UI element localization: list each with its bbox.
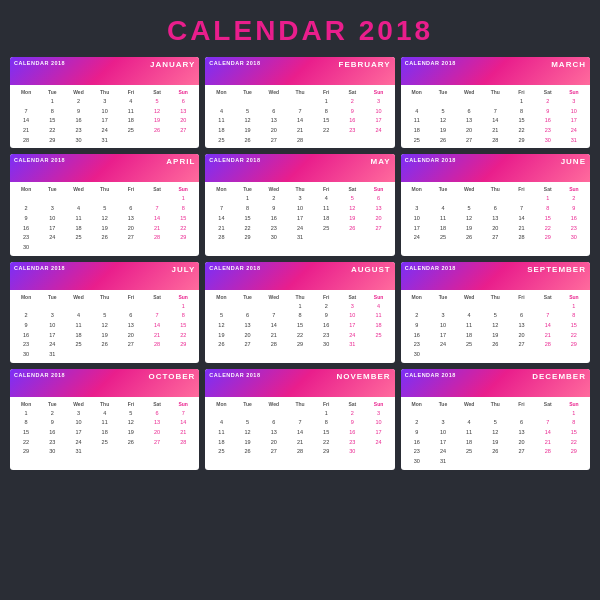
- day-cell: 10: [339, 311, 365, 321]
- day-cell: 13: [482, 214, 508, 224]
- day-cell: 22: [508, 126, 534, 136]
- day-cell: 23: [313, 331, 339, 341]
- day-cell: 14: [535, 321, 561, 331]
- day-cell: 9: [535, 107, 561, 117]
- day-cell: [313, 233, 339, 243]
- day-cell: 24: [287, 224, 313, 234]
- day-cell: 4: [404, 107, 430, 117]
- day-cell: 29: [170, 340, 196, 350]
- day-cell: 4: [430, 204, 456, 214]
- day-cell: [144, 194, 170, 204]
- day-cell: 28: [287, 136, 313, 146]
- day-cell: [65, 302, 91, 312]
- day-cell: 21: [13, 126, 39, 136]
- day-cell: 14: [13, 116, 39, 126]
- day-header-sat: Sat: [339, 293, 365, 301]
- day-cell: 30: [561, 233, 587, 243]
- day-cell: 21: [287, 126, 313, 136]
- day-cell: 29: [235, 233, 261, 243]
- day-cell: 15: [39, 116, 65, 126]
- day-cell: 1: [561, 302, 587, 312]
- day-cell: 26: [92, 233, 118, 243]
- day-cell: 1: [561, 409, 587, 419]
- day-cell: 30: [13, 350, 39, 360]
- day-cell: 29: [287, 340, 313, 350]
- day-cell: 27: [118, 233, 144, 243]
- day-cell: 3: [561, 97, 587, 107]
- day-cell: 25: [456, 447, 482, 457]
- day-cell: 8: [170, 204, 196, 214]
- day-cell: [39, 243, 65, 253]
- day-cell: 6: [261, 418, 287, 428]
- day-cell: 21: [261, 331, 287, 341]
- day-cell: 26: [235, 136, 261, 146]
- day-cell: 10: [430, 321, 456, 331]
- day-cell: [287, 409, 313, 419]
- day-cell: [508, 409, 534, 419]
- day-cell: [508, 350, 534, 360]
- day-cell: 3: [39, 204, 65, 214]
- day-cell: [92, 243, 118, 253]
- day-cell: 11: [92, 418, 118, 428]
- day-cell: 9: [13, 214, 39, 224]
- day-cell: 14: [508, 214, 534, 224]
- day-cell: 5: [482, 418, 508, 428]
- day-cell: 28: [508, 233, 534, 243]
- day-header-fri: Fri: [118, 185, 144, 193]
- day-cell: 23: [339, 126, 365, 136]
- day-cell: 27: [144, 438, 170, 448]
- day-cell: [404, 97, 430, 107]
- month-card-july: CALENDAR 2018JULYMonTueWedThuFriSatSun12…: [10, 262, 199, 363]
- month-card-december: CALENDAR 2018DECEMBERMonTueWedThuFriSatS…: [401, 369, 590, 470]
- day-cell: 11: [208, 428, 234, 438]
- day-cell: [144, 447, 170, 457]
- day-cell: [430, 97, 456, 107]
- day-cell: [561, 350, 587, 360]
- calendar-grid: CALENDAR 2018JANUARYMonTueWedThuFriSatSu…: [10, 57, 590, 470]
- day-cell: 10: [430, 428, 456, 438]
- day-header-thu: Thu: [92, 88, 118, 96]
- day-header-mon: Mon: [404, 293, 430, 301]
- day-cell: 13: [508, 321, 534, 331]
- day-cell: 4: [65, 204, 91, 214]
- day-cell: [118, 243, 144, 253]
- day-header-thu: Thu: [482, 293, 508, 301]
- day-cell: 24: [561, 126, 587, 136]
- day-cell: 20: [456, 126, 482, 136]
- day-cell: 7: [535, 418, 561, 428]
- day-cell: 28: [144, 233, 170, 243]
- day-cell: 14: [482, 116, 508, 126]
- day-cell: 17: [365, 116, 391, 126]
- day-header-sun: Sun: [170, 88, 196, 96]
- day-cell: 31: [92, 136, 118, 146]
- day-cell: 9: [339, 418, 365, 428]
- day-header-mon: Mon: [13, 88, 39, 96]
- day-cell: 13: [144, 418, 170, 428]
- day-cell: [313, 136, 339, 146]
- day-cell: 6: [170, 97, 196, 107]
- day-header-fri: Fri: [118, 400, 144, 408]
- day-cell: 1: [170, 302, 196, 312]
- day-cell: 1: [13, 409, 39, 419]
- day-header-tue: Tue: [430, 185, 456, 193]
- day-cell: 25: [118, 126, 144, 136]
- day-cell: 27: [508, 447, 534, 457]
- day-cell: [456, 302, 482, 312]
- day-cell: [92, 350, 118, 360]
- day-cell: 12: [208, 321, 234, 331]
- day-cell: 30: [65, 136, 91, 146]
- day-cell: 11: [118, 107, 144, 117]
- day-cell: 10: [39, 321, 65, 331]
- day-cell: [535, 302, 561, 312]
- day-cell: 9: [313, 311, 339, 321]
- day-cell: 19: [430, 126, 456, 136]
- day-cell: 10: [561, 107, 587, 117]
- day-header-sun: Sun: [170, 400, 196, 408]
- day-header-sun: Sun: [365, 400, 391, 408]
- day-cell: 10: [92, 107, 118, 117]
- day-cell: 17: [404, 224, 430, 234]
- day-header-sun: Sun: [365, 185, 391, 193]
- day-header-wed: Wed: [456, 400, 482, 408]
- day-header-mon: Mon: [208, 88, 234, 96]
- day-cell: 21: [535, 438, 561, 448]
